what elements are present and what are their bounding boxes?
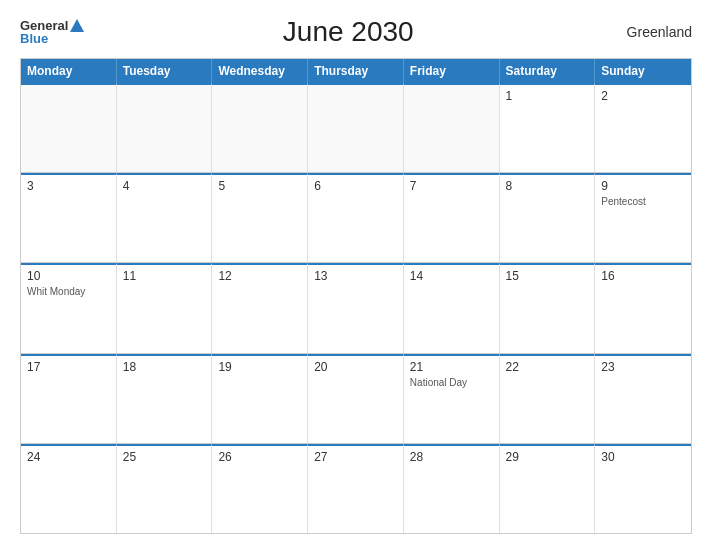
- cal-cell: 27: [308, 444, 404, 533]
- day-number: 30: [601, 450, 685, 464]
- day-number: 25: [123, 450, 206, 464]
- cal-cell: 28: [404, 444, 500, 533]
- cal-cell: 19: [212, 354, 308, 443]
- week-row-0: 12: [21, 83, 691, 173]
- cal-cell: 18: [117, 354, 213, 443]
- cal-cell: 7: [404, 173, 500, 262]
- cal-cell: [212, 83, 308, 172]
- cal-cell: 24: [21, 444, 117, 533]
- cal-cell: 3: [21, 173, 117, 262]
- day-number: 21: [410, 360, 493, 374]
- cal-cell: [308, 83, 404, 172]
- day-number: 1: [506, 89, 589, 103]
- cal-cell: 10Whit Monday: [21, 263, 117, 352]
- day-number: 19: [218, 360, 301, 374]
- day-number: 28: [410, 450, 493, 464]
- day-number: 12: [218, 269, 301, 283]
- day-number: 27: [314, 450, 397, 464]
- cal-cell: 16: [595, 263, 691, 352]
- weekday-header-wednesday: Wednesday: [212, 59, 308, 83]
- day-number: 15: [506, 269, 589, 283]
- cal-cell: 22: [500, 354, 596, 443]
- cal-cell: 14: [404, 263, 500, 352]
- cal-cell: 4: [117, 173, 213, 262]
- cal-cell: 2: [595, 83, 691, 172]
- week-row-1: 3456789Pentecost: [21, 173, 691, 263]
- logo-triangle-icon: [70, 19, 84, 32]
- calendar-header: MondayTuesdayWednesdayThursdayFridaySatu…: [21, 59, 691, 83]
- holiday-label: Whit Monday: [27, 285, 110, 298]
- cal-cell: 20: [308, 354, 404, 443]
- day-number: 7: [410, 179, 493, 193]
- day-number: 18: [123, 360, 206, 374]
- day-number: 9: [601, 179, 685, 193]
- header: General Blue June 2030 Greenland: [20, 16, 692, 48]
- calendar-body: 123456789Pentecost10Whit Monday111213141…: [21, 83, 691, 533]
- day-number: 13: [314, 269, 397, 283]
- calendar-title: June 2030: [84, 16, 612, 48]
- cal-cell: 21National Day: [404, 354, 500, 443]
- day-number: 22: [506, 360, 589, 374]
- cal-cell: [404, 83, 500, 172]
- week-row-4: 24252627282930: [21, 444, 691, 533]
- cal-cell: 11: [117, 263, 213, 352]
- day-number: 20: [314, 360, 397, 374]
- day-number: 26: [218, 450, 301, 464]
- day-number: 14: [410, 269, 493, 283]
- region-label: Greenland: [612, 24, 692, 40]
- cal-cell: [117, 83, 213, 172]
- cal-cell: 5: [212, 173, 308, 262]
- weekday-header-friday: Friday: [404, 59, 500, 83]
- cal-cell: 6: [308, 173, 404, 262]
- cal-cell: 30: [595, 444, 691, 533]
- weekday-header-thursday: Thursday: [308, 59, 404, 83]
- page: General Blue June 2030 Greenland MondayT…: [0, 0, 712, 550]
- cal-cell: 12: [212, 263, 308, 352]
- cal-cell: 8: [500, 173, 596, 262]
- weekday-header-monday: Monday: [21, 59, 117, 83]
- day-number: 4: [123, 179, 206, 193]
- cal-cell: 25: [117, 444, 213, 533]
- holiday-label: National Day: [410, 376, 493, 389]
- day-number: 8: [506, 179, 589, 193]
- weekday-header-tuesday: Tuesday: [117, 59, 213, 83]
- day-number: 29: [506, 450, 589, 464]
- day-number: 11: [123, 269, 206, 283]
- cal-cell: 23: [595, 354, 691, 443]
- calendar: MondayTuesdayWednesdayThursdayFridaySatu…: [20, 58, 692, 534]
- cal-cell: 26: [212, 444, 308, 533]
- cal-cell: 29: [500, 444, 596, 533]
- weekday-header-saturday: Saturday: [500, 59, 596, 83]
- cal-cell: [21, 83, 117, 172]
- cal-cell: 17: [21, 354, 117, 443]
- day-number: 5: [218, 179, 301, 193]
- cal-cell: 9Pentecost: [595, 173, 691, 262]
- cal-cell: 15: [500, 263, 596, 352]
- day-number: 10: [27, 269, 110, 283]
- day-number: 6: [314, 179, 397, 193]
- day-number: 24: [27, 450, 110, 464]
- day-number: 3: [27, 179, 110, 193]
- logo-blue-text: Blue: [20, 32, 84, 45]
- holiday-label: Pentecost: [601, 195, 685, 208]
- cal-cell: 1: [500, 83, 596, 172]
- day-number: 16: [601, 269, 685, 283]
- day-number: 17: [27, 360, 110, 374]
- day-number: 23: [601, 360, 685, 374]
- week-row-2: 10Whit Monday111213141516: [21, 263, 691, 353]
- logo: General Blue: [20, 19, 84, 45]
- week-row-3: 1718192021National Day2223: [21, 354, 691, 444]
- day-number: 2: [601, 89, 685, 103]
- cal-cell: 13: [308, 263, 404, 352]
- weekday-header-sunday: Sunday: [595, 59, 691, 83]
